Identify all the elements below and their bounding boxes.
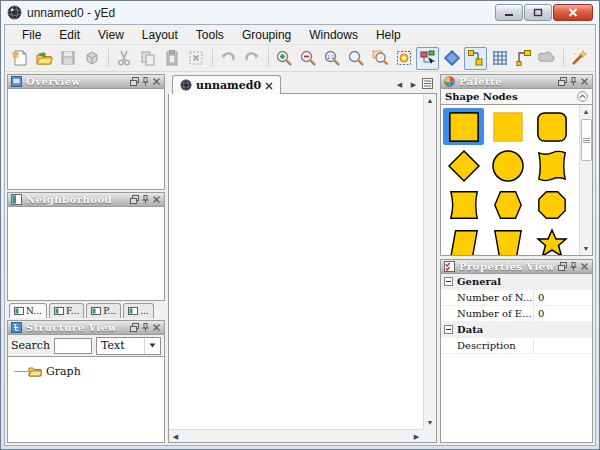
- zoom-original-button[interactable]: 1:1: [320, 47, 343, 70]
- palette-title-bar[interactable]: Palette: [440, 74, 593, 89]
- properties-title-bar[interactable]: Properties View: [440, 259, 593, 274]
- grid-button[interactable]: [488, 47, 511, 70]
- menu-file[interactable]: File: [13, 26, 50, 44]
- scroll-tabs-left-icon[interactable]: ◀: [394, 79, 405, 90]
- float-icon[interactable]: [558, 77, 567, 86]
- property-row-description[interactable]: Description: [441, 338, 592, 354]
- shape-rectangle[interactable]: [443, 108, 484, 145]
- collapse-group-icon[interactable]: [441, 277, 455, 286]
- navigate-mode-button[interactable]: [440, 47, 463, 70]
- scroll-down-icon[interactable]: ▼: [581, 243, 592, 254]
- paste-button[interactable]: [161, 47, 184, 70]
- tab-neighborhood[interactable]: N...: [9, 303, 47, 318]
- structure-view-title-bar[interactable]: Structure View: [7, 320, 165, 335]
- tab-list-icon[interactable]: [422, 75, 433, 93]
- property-row-number-of-edges[interactable]: Number of E... 0: [441, 306, 592, 322]
- shape-wave-rectangle[interactable]: [531, 147, 572, 184]
- menu-tools[interactable]: Tools: [187, 26, 233, 44]
- graph-canvas[interactable]: [169, 94, 423, 429]
- document-tab-unnamed0[interactable]: unnamed0: [172, 75, 281, 94]
- property-group-general[interactable]: General: [441, 274, 592, 290]
- delete-button[interactable]: [185, 47, 208, 70]
- layout-wizard-button[interactable]: [568, 47, 591, 70]
- vertical-scrollbar[interactable]: ▲ ▼: [423, 94, 436, 429]
- menu-windows[interactable]: Windows: [300, 26, 367, 44]
- collapse-section-icon[interactable]: [577, 88, 588, 106]
- property-value[interactable]: 0: [533, 306, 592, 321]
- shape-parallelogram[interactable]: [443, 225, 484, 256]
- neighborhood-title-bar[interactable]: Neighborhood: [7, 192, 165, 207]
- shape-octagon[interactable]: [531, 186, 572, 223]
- pin-icon[interactable]: [141, 195, 150, 204]
- property-row-number-of-nodes[interactable]: Number of N... 0: [441, 290, 592, 306]
- close-icon[interactable]: [580, 262, 589, 271]
- search-type-dropdown[interactable]: Text: [96, 337, 161, 355]
- float-icon[interactable]: [558, 262, 567, 271]
- overview-canvas[interactable]: [7, 89, 165, 190]
- scroll-right-icon[interactable]: ▶: [411, 431, 422, 442]
- menu-grouping[interactable]: Grouping: [233, 26, 300, 44]
- menu-view[interactable]: View: [89, 26, 133, 44]
- float-icon[interactable]: [130, 323, 139, 332]
- menu-help[interactable]: Help: [367, 26, 410, 44]
- open-file-button[interactable]: [33, 47, 56, 70]
- scroll-left-icon[interactable]: ◀: [170, 431, 181, 442]
- tab-predecessors[interactable]: P...: [86, 303, 121, 318]
- shape-hexagon[interactable]: [487, 186, 528, 223]
- export-button[interactable]: [81, 47, 104, 70]
- menu-layout[interactable]: Layout: [133, 26, 187, 44]
- shape-star[interactable]: [531, 225, 572, 256]
- copy-button[interactable]: [137, 47, 160, 70]
- property-value[interactable]: 0: [533, 290, 592, 305]
- tab-successors[interactable]: ...: [123, 303, 154, 318]
- shape-trapezoid[interactable]: [487, 225, 528, 256]
- close-button[interactable]: [553, 4, 593, 21]
- snapping-button[interactable]: [464, 47, 487, 70]
- pin-icon[interactable]: [141, 77, 150, 86]
- scrollbar-thumb[interactable]: [581, 119, 592, 161]
- palette-scrollbar[interactable]: ▲ ▼: [579, 105, 592, 255]
- new-document-button[interactable]: [9, 47, 32, 70]
- minimize-button[interactable]: [495, 4, 523, 21]
- overview-title-bar[interactable]: Overview: [7, 74, 165, 89]
- cut-button[interactable]: [113, 47, 136, 70]
- zoom-area-button[interactable]: [368, 47, 391, 70]
- property-group-data[interactable]: Data: [441, 322, 592, 338]
- orthogonal-edges-button[interactable]: [512, 47, 535, 70]
- tree-node-graph[interactable]: Graph: [8, 363, 164, 379]
- shape-concave-rectangle[interactable]: [443, 186, 484, 223]
- save-button[interactable]: [57, 47, 80, 70]
- overview-tool-button[interactable]: [536, 47, 559, 70]
- horizontal-scrollbar[interactable]: ◀ ▶: [169, 429, 423, 442]
- search-input[interactable]: [54, 338, 92, 354]
- shape-round-rectangle[interactable]: [531, 108, 572, 145]
- shape-plain-rectangle[interactable]: [487, 108, 528, 145]
- shape-diamond[interactable]: [443, 147, 484, 184]
- maximize-button[interactable]: [524, 4, 552, 21]
- fit-selection-button[interactable]: [392, 47, 415, 70]
- collapse-group-icon[interactable]: [441, 325, 455, 334]
- tab-folder-contents[interactable]: F...: [49, 303, 84, 318]
- pin-icon[interactable]: [569, 77, 578, 86]
- close-icon[interactable]: [152, 195, 161, 204]
- scroll-up-icon[interactable]: ▲: [581, 106, 592, 117]
- scroll-up-icon[interactable]: ▲: [425, 95, 436, 106]
- scroll-tabs-right-icon[interactable]: ▶: [408, 79, 419, 90]
- close-icon[interactable]: [152, 323, 161, 332]
- pin-icon[interactable]: [141, 323, 150, 332]
- shape-nodes-section-header[interactable]: Shape Nodes: [440, 89, 593, 105]
- shape-ellipse[interactable]: [487, 147, 528, 184]
- scroll-down-icon[interactable]: ▼: [425, 417, 436, 428]
- fit-content-button[interactable]: [344, 47, 367, 70]
- property-value[interactable]: [533, 338, 592, 353]
- tab-close-icon[interactable]: [265, 76, 273, 94]
- menu-edit[interactable]: Edit: [50, 26, 89, 44]
- close-icon[interactable]: [152, 77, 161, 86]
- pin-icon[interactable]: [569, 262, 578, 271]
- zoom-out-button[interactable]: [296, 47, 319, 70]
- float-icon[interactable]: [130, 77, 139, 86]
- close-icon[interactable]: [580, 77, 589, 86]
- edit-mode-button[interactable]: [416, 47, 439, 70]
- float-icon[interactable]: [130, 195, 139, 204]
- undo-button[interactable]: [217, 47, 240, 70]
